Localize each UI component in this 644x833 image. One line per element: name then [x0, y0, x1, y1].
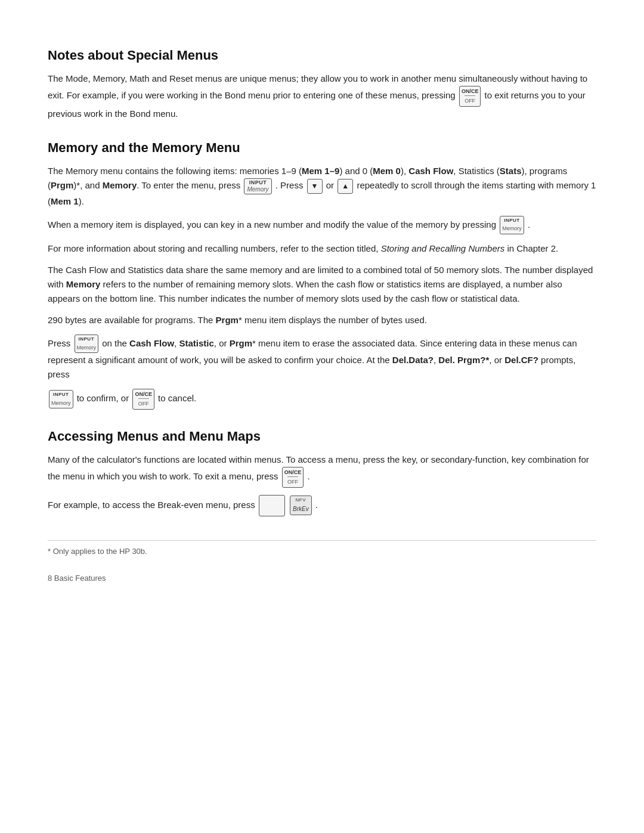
paragraph-memory-1: The Memory menu contains the following i…	[48, 164, 596, 209]
paragraph-special-menus-1: The Mode, Memory, Math and Reset menus a…	[48, 72, 596, 121]
input-memory-key: INPUT Memory	[244, 178, 271, 194]
paragraph-memory-5: 290 bytes are available for programs. Th…	[48, 313, 596, 327]
paragraph-memory-3: For more information about storing and r…	[48, 241, 596, 256]
paragraph-memory-2: When a memory item is displayed, you can…	[48, 216, 596, 234]
paragraph-accessing-2: For example, to access the Break-even me…	[48, 495, 596, 516]
onoff-key-1: ON/CE OFF	[459, 86, 481, 107]
input-memory-key-2: INPUT Memory	[500, 216, 524, 234]
onoff-key-2: ON/CE OFF	[132, 389, 154, 410]
input-memory-key-4: INPUT Memory	[49, 390, 73, 408]
input-memory-key-3: INPUT Memory	[75, 335, 99, 353]
footnote: * Only applies to the HP 30b.	[48, 540, 596, 556]
ins-arrow-key: ▲	[338, 179, 353, 194]
page-footer: 8 Basic Features	[48, 574, 596, 583]
paragraph-memory-6: Press INPUT Memory on the Cash Flow, Sta…	[48, 335, 596, 382]
section-heading-1: Notes about Special Menus	[48, 48, 596, 63]
blank-wide-key	[259, 495, 285, 516]
paragraph-accessing-1: Many of the calculator's functions are l…	[48, 453, 596, 488]
section-heading-3: Accessing Menus and Menu Maps	[48, 429, 596, 444]
nfv-brkev-key: NFV BrkEv	[290, 496, 312, 515]
section-heading-2: Memory and the Memory Menu	[48, 140, 596, 156]
onoff-key-3: ON/CE OFF	[282, 467, 304, 488]
paragraph-memory-7: INPUT Memory to confirm, or ON/CE OFF to…	[48, 389, 596, 410]
paragraph-memory-4: The Cash Flow and Statistics data share …	[48, 263, 596, 306]
del-arrow-key: ▼	[307, 179, 323, 194]
